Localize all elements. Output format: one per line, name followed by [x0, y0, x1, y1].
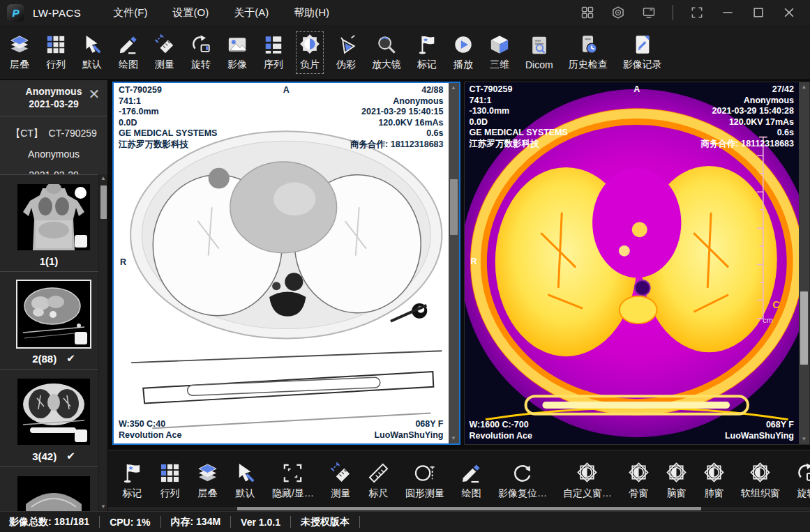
tool-hide-show[interactable]: 隐藏/显…	[269, 459, 317, 503]
tool-image-reset[interactable]: 影像复位…	[495, 459, 550, 503]
tool-mark[interactable]: 标记	[413, 31, 441, 74]
status-divider	[290, 516, 291, 528]
tool-custom-window[interactable]: 自定义窗…	[560, 459, 615, 503]
measure-icon	[154, 34, 175, 55]
tool-soft-tissue-window[interactable]: 软组织窗	[737, 459, 783, 503]
tool-label: 默认	[82, 59, 102, 71]
minimize-button[interactable]	[721, 6, 735, 20]
tool-label: 测量	[155, 59, 174, 71]
scrollbar-thumb[interactable]	[237, 507, 701, 510]
scrollbar-thumb[interactable]	[800, 291, 808, 365]
menu-about[interactable]: 关于(A)	[234, 6, 269, 20]
tool-draw[interactable]: 绘图	[114, 31, 142, 74]
fullscreen-icon[interactable]	[690, 6, 704, 20]
tool-bone-window[interactable]: 骨窗	[624, 459, 653, 503]
tool-label: 播放	[453, 59, 473, 71]
pencil-icon	[460, 462, 482, 484]
tool-play[interactable]: 播放	[449, 31, 477, 74]
tool-default[interactable]: 默认	[78, 31, 106, 74]
viewport-scrollbar[interactable]: ▲ ▼	[799, 82, 809, 444]
orientation-marker-top: A	[633, 84, 640, 96]
tool-dicom[interactable]: Dicom	[522, 32, 557, 73]
tool-rows-columns[interactable]: 行列	[42, 31, 70, 74]
viewport-scrollbar[interactable]: ▲ ▼	[449, 83, 459, 443]
series-indicator-square	[75, 430, 87, 442]
rotate-icon	[796, 462, 810, 484]
scroll-down-icon[interactable]: ▼	[99, 503, 107, 511]
check-icon: ✔	[66, 450, 75, 462]
status-bar: 影像总数: 181/181 CPU: 1% 内存: 134M Ver 1.0.1…	[0, 511, 810, 532]
series-indicator-square	[75, 332, 87, 344]
layout-grid-icon[interactable]	[580, 6, 594, 20]
pencil-icon	[118, 34, 139, 55]
viewport-2[interactable]: CT-790259741:1 -130.0mm0.0D GE MEDICAL S…	[464, 82, 810, 445]
close-button[interactable]	[782, 6, 796, 20]
series-thumbnail-3[interactable]: 3(42)✔	[0, 370, 107, 467]
tool-negative[interactable]: 负片	[296, 31, 324, 74]
tool-ruler[interactable]: 标尺	[364, 459, 393, 503]
status-divider	[230, 516, 231, 528]
tool-lung-window[interactable]: 肺窗	[700, 459, 728, 503]
tool-brain-window[interactable]: 脑窗	[662, 459, 691, 503]
tool-rotate[interactable]: 旋转	[187, 31, 215, 74]
viewport-1[interactable]: CT-790259741:1 -176.0mm0.0D GE MEDICAL S…	[112, 82, 460, 445]
tool-label: 负片	[300, 59, 320, 71]
scroll-up-icon[interactable]: ▲	[449, 83, 459, 93]
scrollbar-thumb[interactable]	[100, 185, 107, 219]
dicom-icon	[529, 35, 550, 56]
tool-sequence[interactable]: 序列	[260, 31, 287, 74]
flag-icon	[121, 462, 143, 484]
close-patient-icon[interactable]: ✕	[87, 87, 102, 101]
menu-help[interactable]: 帮助(H)	[294, 6, 329, 20]
tool-draw[interactable]: 绘图	[457, 459, 486, 503]
viewport-grid: CT-790259741:1 -176.0mm0.0D GE MEDICAL S…	[108, 80, 810, 450]
tool-default[interactable]: 默认	[231, 459, 260, 503]
series-indicator-square	[75, 235, 87, 248]
series-thumbnail-4[interactable]	[0, 467, 107, 511]
patient-sidebar: Anonymous 2021-03-29 ✕ 【CT】 CT-790259 An…	[0, 80, 108, 511]
scroll-down-icon[interactable]: ▼	[799, 434, 809, 444]
menu-file[interactable]: 文件(F)	[113, 6, 147, 20]
flag-icon	[417, 34, 437, 55]
scrollbar-thumb[interactable]	[450, 179, 458, 235]
rotate-icon	[190, 34, 211, 55]
main-area: Anonymous 2021-03-29 ✕ 【CT】 CT-790259 An…	[0, 80, 810, 511]
tool-pseudocolor[interactable]: 伪彩	[332, 31, 360, 74]
overlay-top-right: 27/42Anonymous 2021-03-29 15:40:28120.0K…	[701, 84, 794, 149]
tool-label: 层叠	[10, 59, 29, 71]
tool-cascade[interactable]: 层叠	[6, 31, 33, 74]
tool-label: 标记	[417, 59, 437, 71]
tool-label: 历史检查	[569, 59, 608, 71]
tool-rows-columns[interactable]: 行列	[156, 459, 184, 503]
tool-rotate[interactable]: 旋转	[793, 459, 810, 503]
sidebar-scrollbar[interactable]: ▲ ▼	[98, 174, 107, 511]
series-thumbnail-2[interactable]: 2(88)✔	[0, 272, 107, 370]
monitor-icon[interactable]	[642, 6, 656, 20]
tool-label: 测量	[331, 487, 350, 500]
maximize-button[interactable]	[751, 6, 765, 20]
menu-settings[interactable]: 设置(O)	[173, 6, 209, 20]
tool-label: 默认	[236, 487, 255, 500]
tool-image[interactable]: 影像	[223, 31, 251, 74]
scroll-up-icon[interactable]: ▲	[99, 174, 107, 183]
tool-image-record[interactable]: 影像记录	[620, 31, 666, 74]
settings-hexagon-icon[interactable]	[611, 6, 625, 20]
title-bar: P LW-PACS 文件(F) 设置(O) 关于(A) 帮助(H)	[0, 0, 810, 25]
tool-measure[interactable]: 测量	[327, 459, 355, 503]
tool-history[interactable]: 历史检查	[565, 31, 611, 74]
tool-measure[interactable]: 测量	[151, 31, 179, 74]
scroll-up-icon[interactable]: ▲	[799, 82, 809, 92]
tool-mark[interactable]: 标记	[118, 459, 147, 503]
play-icon	[453, 34, 474, 55]
hide-show-icon	[282, 462, 303, 484]
thumbnail-image	[17, 281, 90, 347]
scroll-down-icon[interactable]: ▼	[449, 434, 459, 443]
tool-cascade[interactable]: 层叠	[193, 459, 222, 503]
tool-3d[interactable]: 三维	[486, 31, 513, 74]
titlebar-controls	[580, 5, 810, 20]
status-version: Ver 1.0.1	[241, 517, 280, 528]
tool-magnifier[interactable]: 放大镜	[368, 31, 405, 74]
series-thumbnail-1[interactable]: 1(1)	[0, 175, 107, 272]
tool-circle-measure[interactable]: 圆形测量	[402, 459, 448, 503]
study-modality: 【CT】	[10, 128, 43, 139]
